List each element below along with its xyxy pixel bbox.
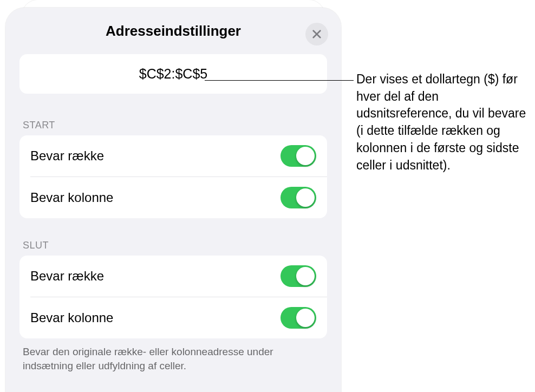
start-group: Bevar række Bevar kolonne <box>19 135 327 218</box>
start-preserve-row: Bevar række <box>19 135 327 177</box>
close-button[interactable] <box>305 23 328 45</box>
end-preserve-row-label: Bevar række <box>30 269 104 284</box>
sheet-title: Adresseindstillinger <box>106 23 241 40</box>
start-preserve-row-toggle[interactable] <box>280 145 316 167</box>
callout-leader-line <box>205 80 354 81</box>
reference-display[interactable]: $C$2:$C$5 <box>19 54 327 94</box>
start-preserve-column-label: Bevar kolonne <box>30 190 113 205</box>
close-icon <box>312 29 322 39</box>
start-preserve-row-label: Bevar række <box>30 148 104 164</box>
end-group: Bevar række Bevar kolonne <box>19 256 327 338</box>
start-preserve-column: Bevar kolonne <box>30 177 327 218</box>
start-section-header: START <box>19 120 327 131</box>
callout-text: Der vises et dollartegn ($) før hver del… <box>356 71 529 174</box>
end-preserve-row: Bevar række <box>19 256 327 297</box>
end-preserve-column-toggle[interactable] <box>280 307 316 329</box>
end-preserve-row-toggle[interactable] <box>280 265 316 287</box>
address-settings-sheet: Adresseindstillinger $C$2:$C$5 START Bev… <box>5 8 341 392</box>
end-section-header: SLUT <box>19 240 327 251</box>
end-preserve-column: Bevar kolonne <box>30 297 327 338</box>
end-preserve-column-label: Bevar kolonne <box>30 310 113 325</box>
sheet-header: Adresseindstillinger <box>5 8 341 54</box>
start-preserve-column-toggle[interactable] <box>280 187 316 208</box>
footer-note: Bevar den originale række- eller kolonne… <box>19 338 327 373</box>
